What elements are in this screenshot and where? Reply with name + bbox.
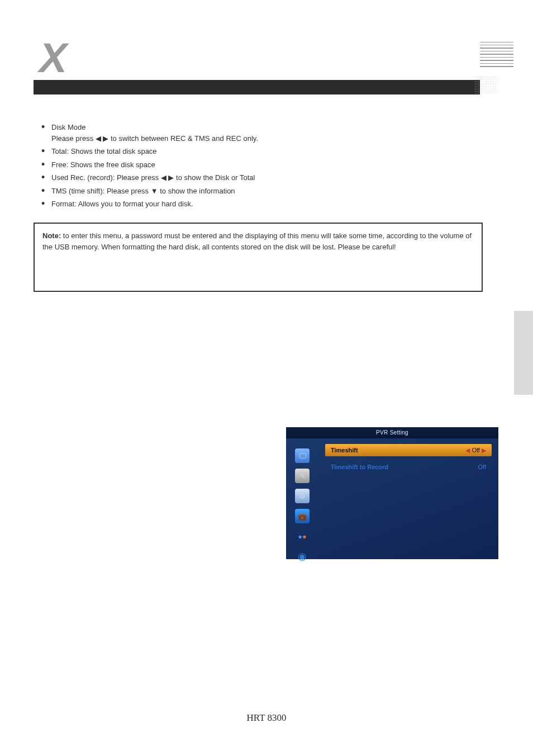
bullet-text: Free: Shows the free disk space bbox=[51, 160, 155, 169]
arrow-left-icon[interactable]: ◀ bbox=[465, 447, 470, 453]
note-title: Note: bbox=[42, 231, 61, 240]
arrow-right-icon[interactable]: ▶ bbox=[482, 447, 486, 453]
feature-bullet-list: Disk Mode Please press ◀ ▶ to switch bet… bbox=[41, 122, 483, 212]
bullet-text: TMS (time shift): Please press ▼ to show… bbox=[51, 187, 235, 195]
pvr-row-label: Timeshift to Record bbox=[331, 464, 388, 470]
bullet-item: Used Rec. (record): Please press ◀ ▶ to … bbox=[41, 172, 483, 183]
decorative-lines bbox=[480, 42, 513, 69]
bullet-text: Please press ◀ ▶ to switch between REC &… bbox=[51, 134, 258, 143]
page-footer: HRT 8300 bbox=[0, 712, 533, 724]
pvr-row-value: Off bbox=[478, 464, 486, 470]
storage-icon: ◉ bbox=[295, 549, 310, 564]
gear-icon: ⚙ bbox=[295, 489, 310, 503]
dots-icon: ● ● bbox=[295, 529, 310, 544]
bullet-text: Format: Allows you to format your hard d… bbox=[51, 200, 193, 208]
section-header-bar bbox=[34, 80, 480, 94]
pvr-row-label: Timeshift bbox=[331, 447, 358, 453]
pvr-sidebar: 🖵 ✎ ⚙ 💼 ● ● ◉ bbox=[295, 448, 314, 569]
pvr-row-timeshift-record[interactable]: Timeshift to Record Off bbox=[325, 461, 492, 473]
pvr-title: PVR Setting bbox=[286, 427, 498, 438]
bullet-item: Format: Allows you to format your hard d… bbox=[41, 199, 483, 210]
pvr-settings-screenshot: PVR Setting 🖵 ✎ ⚙ 💼 ● ● ◉ Timeshift ◀ Of… bbox=[286, 427, 498, 559]
page-edge-tab bbox=[514, 311, 533, 395]
bullet-text: Total: Shows the total disk space bbox=[51, 147, 157, 155]
pencil-icon: ✎ bbox=[295, 469, 310, 483]
bullet-item: Disk Mode Please press ◀ ▶ to switch bet… bbox=[41, 122, 483, 144]
briefcase-icon: 💼 bbox=[295, 509, 310, 523]
pvr-row-timeshift[interactable]: Timeshift ◀ Off ▶ bbox=[325, 444, 492, 456]
pvr-row-value-group: ◀ Off ▶ bbox=[465, 447, 486, 454]
bullet-text: Used Rec. (record): Please press ◀ ▶ to … bbox=[51, 173, 255, 182]
bullet-item: Free: Shows the free disk space bbox=[41, 159, 483, 171]
pvr-row-value: Off bbox=[472, 447, 479, 453]
logo-x bbox=[34, 34, 84, 75]
note-body: to enter this menu, a password must be e… bbox=[42, 231, 472, 251]
decorative-dots bbox=[474, 75, 498, 94]
monitor-icon: 🖵 bbox=[295, 448, 310, 463]
bullet-item: TMS (time shift): Please press ▼ to show… bbox=[41, 186, 483, 197]
note-box: Note: to enter this menu, a password mus… bbox=[34, 223, 483, 292]
bullet-item: Total: Shows the total disk space bbox=[41, 146, 483, 157]
bullet-text: Disk Mode bbox=[51, 123, 85, 131]
